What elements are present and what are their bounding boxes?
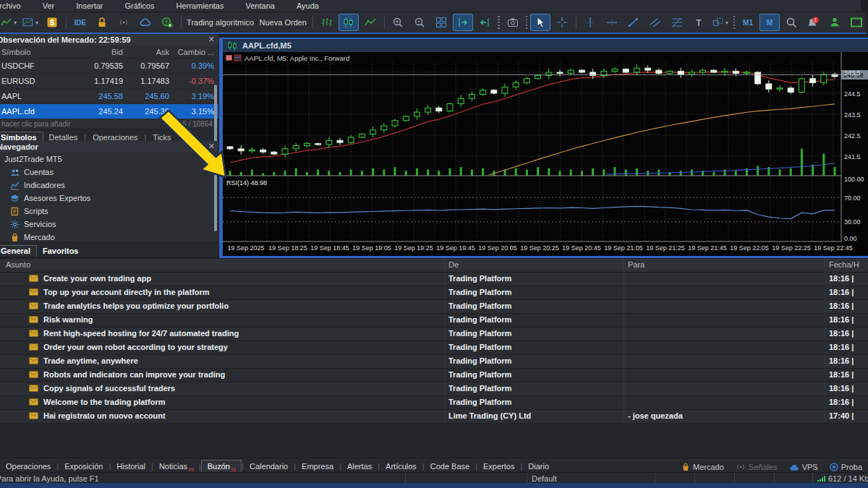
utility-mercado[interactable]: Mercado (676, 463, 730, 473)
chart-type-dropdown-icon[interactable]: ▾ (0, 14, 19, 31)
profile-icon[interactable] (825, 14, 845, 31)
col-bid[interactable]: Bid (80, 48, 123, 56)
message-row[interactable]: Order your own robot according to your s… (0, 341, 868, 355)
crosshair-icon[interactable] (552, 14, 572, 31)
message-row[interactable]: Top up your account directly in the plat… (0, 286, 868, 300)
col-de[interactable]: De (448, 260, 459, 269)
menu-herramientas[interactable]: Herramientas (174, 1, 225, 10)
add-symbol-hint-row[interactable]: hacer clic para añadir 16 / 10864 (0, 119, 218, 129)
green-frame-icon[interactable] (846, 14, 867, 31)
bottom-tab-buz-n[interactable]: Buzón11 (201, 460, 242, 473)
vertical-line-icon[interactable] (580, 14, 600, 31)
timeframe-m-button[interactable]: M (760, 14, 780, 31)
globe-add-icon[interactable] (157, 14, 177, 31)
antenna-icon[interactable] (114, 14, 134, 31)
col-fecha[interactable]: Fecha/H (829, 260, 859, 269)
navigator-scrollbar[interactable] (214, 163, 217, 231)
svg-text:!: ! (814, 17, 816, 22)
status-profile[interactable]: Default (527, 473, 659, 484)
col-para[interactable]: Para (628, 260, 644, 269)
chart-shift-icon[interactable] (453, 14, 473, 31)
tree-item-asesores-expertos[interactable]: Asesores Expertos (0, 192, 218, 205)
bottom-tab-exposici-n[interactable]: Exposición (59, 461, 109, 473)
message-row[interactable]: Rent high-speed hosting for 24/7 automat… (0, 328, 868, 341)
symbol-row-aapl-cfd-selected[interactable]: AAPL.cfd 245.24 245.38 3.15% (0, 104, 218, 119)
trendline-icon[interactable] (624, 14, 644, 31)
zoom-out-icon[interactable] (409, 14, 430, 31)
channel-icon[interactable] (645, 14, 665, 31)
market-watch-scrollbar[interactable] (214, 85, 217, 148)
bottom-tab-operaciones[interactable]: Operaciones (0, 461, 56, 473)
tree-item-cuentas[interactable]: Cuentas (0, 166, 218, 179)
fibonacci-icon[interactable] (667, 14, 687, 31)
status-traffic[interactable]: 612 / 14 Kb (812, 473, 868, 484)
search-icon[interactable] (781, 14, 801, 31)
symbol-row-eurusd[interactable]: EURUSD 1.17419 1.17483 -0.37% (0, 74, 218, 89)
auto-scroll-icon[interactable] (475, 14, 495, 31)
col-cambio[interactable]: Cambio ... (169, 48, 218, 56)
dollar-icon[interactable]: $ (42, 14, 62, 31)
timeframe-m1-button[interactable]: M1 (738, 14, 758, 31)
col-simbolo[interactable]: Símbolo (0, 48, 80, 56)
bottom-tab-empresa[interactable]: Empresa (296, 461, 339, 473)
bottom-tab-expertos[interactable]: Expertos (477, 461, 520, 473)
tree-item-servicios[interactable]: Servicios (0, 218, 218, 231)
symbol-row-aapl[interactable]: AAPL 245.58 245.60 3.19% (0, 89, 218, 104)
utility-proba[interactable]: Proba (824, 463, 868, 473)
menu-insertar[interactable]: Insertar (75, 1, 104, 10)
message-row[interactable]: Hai registrato un nuovo accountLime Trad… (0, 410, 868, 424)
message-row[interactable]: Trade analytics helps you optimize your … (0, 300, 868, 314)
algo-trading-button[interactable]: Trading algoritmico (185, 14, 254, 31)
close-icon[interactable]: ✕ (208, 142, 215, 151)
tree-item-indicadores[interactable]: Indicadores (0, 179, 218, 192)
utility-vps[interactable]: VPS (783, 463, 824, 473)
bottom-tab-historial[interactable]: Historial (111, 461, 151, 473)
change-value: 0.39% (169, 61, 218, 70)
message-row[interactable]: Create your own trading appTrading Platf… (0, 273, 868, 286)
notifications-icon[interactable]: ! (803, 14, 823, 31)
chart-canvas[interactable]: 245.38245.5244.5243.5242.5241.5100.0070.… (223, 52, 868, 254)
message-row[interactable]: Risk warningTrading Platform18:16 | (0, 314, 868, 328)
message-subject: Order your own robot according to your s… (43, 343, 228, 351)
horizontal-line-icon[interactable] (602, 14, 622, 31)
cloud-icon[interactable] (135, 14, 156, 31)
message-row[interactable]: Copy signals of successful tradersTradin… (0, 382, 868, 396)
tree-root-account[interactable]: Just2Trade MT5 (0, 153, 218, 166)
lock-icon[interactable] (92, 14, 112, 31)
menu-ayuda[interactable]: Ayuda (295, 1, 320, 10)
symbol-row-usdchf[interactable]: USDCHF 0.79535 0.79567 0.39% (0, 59, 218, 74)
utility-señales[interactable]: Señales (730, 463, 783, 473)
tile-windows-icon[interactable] (431, 14, 451, 31)
shapes-icon[interactable]: ▾ (710, 14, 731, 31)
ide-button[interactable]: IDE (70, 14, 90, 31)
bottom-tab-calendario[interactable]: Calendario (244, 461, 294, 473)
zoom-in-icon[interactable] (388, 14, 408, 31)
col-asunto[interactable]: Asunto (6, 260, 30, 269)
chart-window-titlebar[interactable]: AAPL.cfd,M5 (223, 39, 868, 52)
camera-icon[interactable] (503, 14, 523, 31)
tab-favoritos[interactable]: Favoritos (37, 246, 85, 257)
bottom-tab-code-base[interactable]: Code Base (425, 461, 475, 473)
candles-chart-icon[interactable] (339, 14, 359, 31)
menu-ver[interactable]: Ver (41, 1, 56, 10)
new-order-button[interactable]: Nueva Orden (255, 14, 309, 31)
menu-archivo[interactable]: Archivo (0, 1, 22, 10)
bottom-tab-art-culos[interactable]: Artículos (380, 461, 422, 473)
message-row[interactable]: Welcome to the trading platformTrading P… (0, 396, 868, 410)
cursor-icon[interactable] (530, 14, 550, 31)
message-row[interactable]: Trade anytime, anywhereTrading Platform1… (0, 355, 868, 369)
text-tool-icon[interactable]: T (689, 14, 709, 31)
line-chart-icon[interactable] (360, 14, 380, 31)
close-icon[interactable]: ✕ (208, 35, 215, 44)
message-row[interactable]: Robots and indicators can improve your t… (0, 369, 868, 382)
tree-item-scripts[interactable]: Scripts (0, 205, 218, 218)
tab-general[interactable]: General (0, 245, 37, 257)
col-ask[interactable]: Ask (123, 48, 169, 56)
bottom-tab-alertas[interactable]: Alertas (341, 461, 378, 473)
menu-ventana[interactable]: Ventana (244, 1, 276, 10)
bottom-tab-diario[interactable]: Diario (522, 461, 555, 473)
chart-window-dropdown-icon[interactable]: ▾ (20, 14, 41, 31)
bottom-tab-noticias[interactable]: Noticias99 (153, 461, 199, 473)
menu-graficos[interactable]: Gráficos (124, 1, 156, 10)
bars-chart-icon[interactable] (317, 14, 337, 31)
